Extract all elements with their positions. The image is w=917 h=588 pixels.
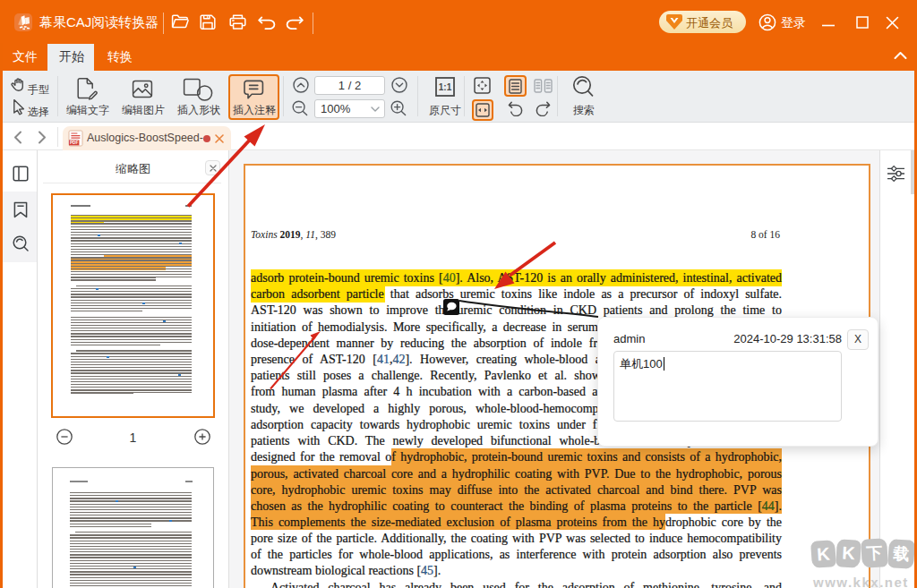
svg-text:1:1: 1:1 xyxy=(439,82,452,92)
svg-text:PDF: PDF xyxy=(70,141,78,145)
